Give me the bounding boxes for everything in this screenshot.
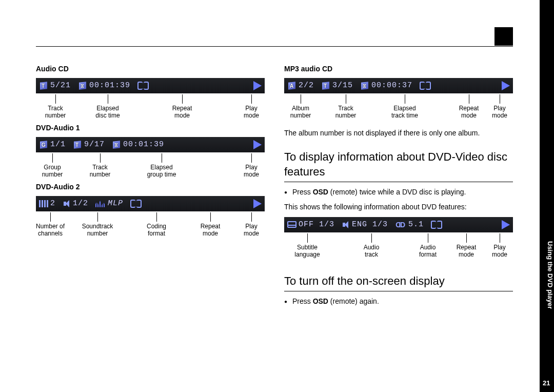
audio-cd-labels: Tracknumber Elapseddisc time Repeatmode … [36,94,265,123]
clock-icon: ⧖ [112,140,121,149]
repeat-icon [431,221,442,229]
right-column: MP3 audio CD A2/2 T3/15 ⧖00:00:37 Albumn… [284,64,513,311]
mp3-labels: Albumnumber Tracknumber Elapsedtrack tim… [284,94,513,123]
album-icon: A [287,81,296,90]
dvda1-title: DVD-Audio 1 [36,123,265,133]
play-icon [502,81,510,90]
group-icon: G [39,140,48,149]
header-black-box [494,27,513,46]
mp3-note: The album number is not displayed if the… [284,128,513,138]
dvda2-osd: 2 1/2 MLP [36,196,265,211]
dolby-icon [395,221,406,228]
repeat-icon [130,200,142,208]
track-icon: T [73,140,82,149]
dvda1-labels: Groupnumber Tracknumber Elapsedgroup tim… [36,153,265,182]
play-icon [253,140,262,149]
play-icon [502,220,510,229]
features-osd: OFF 1/3 ENG 1/3 5.1 [284,217,513,232]
heading-features: To display information about DVD-Video d… [284,149,513,182]
clock-icon: ⧖ [360,81,369,90]
dvda1-osd: G1/1 T9/17 ⧖00:01:39 [36,137,265,152]
side-tab: Using the DVD player 21 [540,0,554,392]
dvda2-title: DVD-Audio 2 [36,182,265,192]
columns: Audio CD T5/21 ⧖00:01:39 Tracknumber Ela… [36,64,513,311]
coding-icon [95,200,106,207]
play-icon [253,81,262,90]
channels-icon [39,200,48,207]
audio-cd-osd: T5/21 ⧖00:01:39 [36,78,265,93]
repeat-icon [137,82,149,90]
left-column: Audio CD T5/21 ⧖00:01:39 Tracknumber Ela… [36,64,265,311]
press-osd-again: Press OSD (remote) again. [284,297,513,306]
subtitle-icon [287,221,296,228]
audio-icon [342,221,350,228]
repeat-icon [420,82,431,90]
side-tab-label: Using the DVD player [540,241,554,309]
mp3-osd: A2/2 T3/15 ⧖00:00:37 [284,78,513,93]
soundtrack-icon [63,200,71,207]
features-labels: Subtitlelanguage Audiotrack Audioformat … [284,233,513,262]
track-icon: T [321,81,330,90]
dvda2-labels: Number ofchannels Soundtracknumber Codin… [36,212,265,241]
header-rule [36,46,513,47]
track-icon: T [39,81,48,90]
audio-cd-title: Audio CD [36,64,265,74]
page-number: 21 [543,379,550,387]
clock-icon: ⧖ [78,81,87,90]
play-icon [253,199,262,208]
mp3-title: MP3 audio CD [284,64,513,74]
features-explain: This shows the following information abo… [284,202,513,212]
heading-turnoff: To turn off the on-screen display [284,273,513,291]
press-osd-twice: Press OSD (remote) twice while a DVD dis… [284,187,513,197]
